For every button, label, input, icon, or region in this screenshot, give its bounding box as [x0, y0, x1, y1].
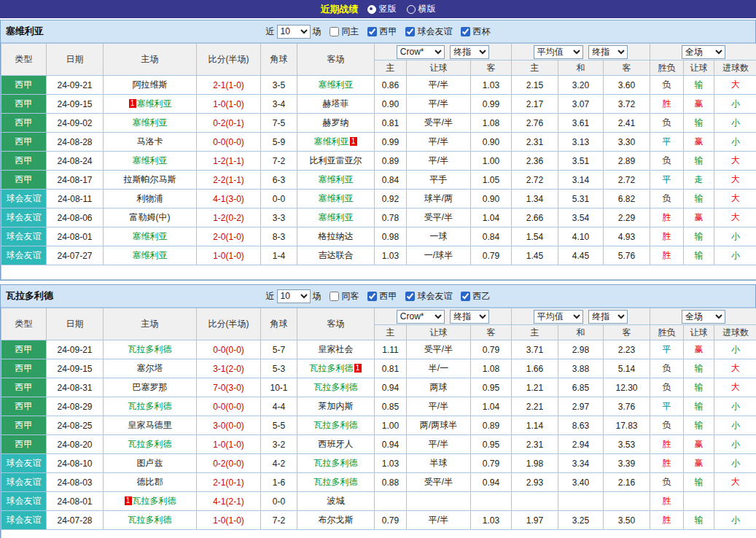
match-row: 球会友谊 24-08-11 利物浦 4-1(3-0) 0-0 塞维利亚 0.92…	[1, 190, 756, 208]
handicap-odds-group: Crow* 终指	[375, 44, 512, 61]
same-venue-checkbox[interactable]	[330, 292, 339, 301]
near-label: 近	[266, 290, 275, 303]
match-date: 24-09-21	[47, 340, 104, 359]
league-checkbox-friendly[interactable]	[405, 292, 415, 301]
bookmaker-select[interactable]: Crow*	[397, 45, 445, 59]
bookmaker-select[interactable]: Crow*	[397, 310, 445, 324]
fullmatch-select[interactable]: 全场	[682, 310, 725, 324]
handicap-odds-home: 0.98	[375, 227, 407, 246]
avg-odds-draw: 3.20	[558, 76, 604, 95]
home-team: 塞尔塔	[104, 359, 197, 378]
col-header-odds-away: 客	[471, 61, 512, 76]
games-label: 场	[313, 290, 322, 303]
away-team-name: 塞维利亚	[319, 174, 354, 184]
league-checkbox-laliga[interactable]	[367, 292, 377, 301]
average-select[interactable]: 平均值	[534, 310, 583, 324]
group-header-row: 类型 日期 主场 比分(半场) 角球 客场 Crow* 终指 平均值 终指 全场	[1, 308, 756, 325]
home-team: 瓦拉多利德	[104, 340, 197, 359]
result-handicap: 输	[684, 114, 714, 133]
avg-odds-home: 2.17	[512, 95, 558, 114]
col-header-handicap-result: 让球	[684, 61, 714, 76]
result-handicap: 赢	[684, 133, 714, 152]
away-team: 格拉纳达	[297, 227, 375, 246]
average-select[interactable]: 平均值	[534, 45, 583, 59]
league-type-cell: 西甲	[1, 133, 47, 152]
avg-odds-draw: 3.54	[558, 208, 604, 227]
away-team-name: 瓦拉多利德	[314, 382, 358, 392]
corners: 8-3	[261, 227, 297, 246]
match-row: 西甲 24-08-28 马洛卡 0-0(0-0) 5-9 塞维利亚1 0.99 …	[1, 133, 756, 152]
recent-count-select[interactable]: 10	[277, 289, 311, 303]
league-type-cell: 西甲	[1, 152, 47, 171]
col-header-away: 客场	[297, 308, 375, 340]
home-team-name: 图卢兹	[137, 458, 163, 468]
final-index-select[interactable]: 终指	[450, 310, 489, 324]
avg-odds-home: 2.66	[512, 208, 558, 227]
avg-odds-home: 2.76	[512, 114, 558, 133]
match-date: 24-09-15	[47, 359, 104, 378]
score: 0-0(0-0)	[197, 397, 261, 416]
red-card-badge: 1	[350, 137, 357, 146]
handicap-odds-home: 0.78	[375, 208, 407, 227]
result-wdl: 胜	[650, 492, 684, 511]
home-team: 拉斯帕尔马斯	[104, 171, 197, 190]
horizontal-layout-radio[interactable]: 横版	[407, 3, 436, 15]
match-date: 24-07-27	[47, 246, 104, 265]
handicap-odds-home: 0.85	[375, 397, 407, 416]
avg-odds-draw: 4.10	[558, 227, 604, 246]
fullmatch-select[interactable]: 全场	[682, 45, 725, 59]
league-checkbox-cup[interactable]	[461, 27, 470, 36]
score: 1-2(1-1)	[197, 152, 261, 171]
group-header-row: 类型 日期 主场 比分(半场) 角球 客场 Crow* 终指 平均值 终指 全场	[1, 44, 756, 61]
home-team: 塞维利亚	[104, 114, 197, 133]
result-wdl: 胜	[650, 246, 684, 265]
avg-odds-away: 6.82	[604, 190, 650, 208]
league-checkbox-laliga[interactable]	[367, 27, 377, 36]
result-handicap: 输	[684, 190, 714, 208]
home-team-name: 富勒姆(中)	[130, 212, 171, 222]
final-index-select[interactable]: 终指	[450, 45, 489, 59]
corners: 4-4	[261, 397, 297, 416]
away-team: 塞维利亚	[297, 171, 375, 190]
handicap-odds-away: 1.08	[471, 359, 512, 378]
result-wdl: 胜	[650, 511, 684, 530]
away-team-name: 吉达联合	[319, 250, 354, 260]
match-row: 西甲 24-08-25 皇家马德里 3-0(0-0) 5-5 瓦拉多利德 1.0…	[1, 416, 756, 435]
avg-odds-home: 1.98	[512, 454, 558, 473]
avg-odds-home: 2.36	[512, 152, 558, 171]
league-checkbox-friendly[interactable]	[405, 27, 415, 36]
match-date: 24-07-28	[47, 511, 104, 530]
result-wdl: 胜	[650, 95, 684, 114]
handicap-odds-home: 0.81	[375, 114, 407, 133]
home-team: 马洛卡	[104, 133, 197, 152]
handicap-line: 平/半	[407, 152, 471, 171]
avg-odds-away: 2.89	[604, 152, 650, 171]
same-venue-checkbox[interactable]	[330, 27, 339, 36]
final-index-select-2[interactable]: 终指	[588, 45, 628, 59]
league-checkbox-segunda[interactable]	[461, 292, 470, 301]
col-header-handicap-result: 让球	[684, 325, 714, 340]
handicap-odds-away: 1.00	[471, 152, 512, 171]
home-team: 巴塞罗那	[104, 378, 197, 397]
vertical-layout-radio[interactable]: 竖版	[367, 3, 397, 15]
result-goals: 小	[714, 511, 756, 530]
score: 4-1(3-0)	[197, 190, 261, 208]
team-name: 塞维利亚	[6, 25, 44, 38]
result-goals: 小	[714, 95, 756, 114]
home-team-name: 塞尔塔	[137, 363, 163, 373]
corners: 10-1	[261, 378, 297, 397]
handicap-line: 平/半	[407, 76, 471, 95]
avg-odds-home: 1.66	[512, 359, 558, 378]
recent-count-select[interactable]: 10	[277, 25, 311, 39]
handicap-odds-home: 0.88	[375, 473, 407, 492]
col-header-home: 主场	[104, 44, 197, 76]
final-index-select-2[interactable]: 终指	[588, 310, 628, 324]
result-goals: 大	[714, 152, 756, 171]
handicap-odds-away: 0.99	[471, 95, 512, 114]
col-header-avg-away: 客	[604, 61, 650, 76]
home-team: 塞维利亚	[104, 246, 197, 265]
away-team-name: 塞维利亚	[319, 193, 354, 203]
away-team-name: 皇家社会	[319, 344, 354, 354]
red-card-badge: 1	[354, 364, 362, 373]
avg-odds-away: 2.16	[604, 473, 650, 492]
